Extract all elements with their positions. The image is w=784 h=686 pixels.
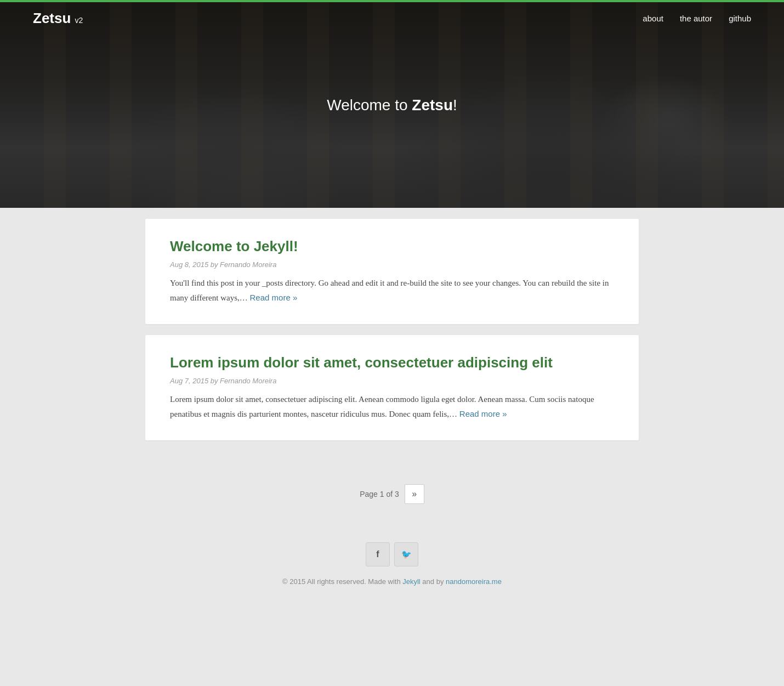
- site-logo: Zetsu v2: [33, 10, 83, 27]
- post-meta-2: Aug 7, 2015 by Fernando Moreira: [170, 377, 614, 385]
- hero-exclamation: !: [453, 97, 457, 114]
- pagination-label: Page 1 of 3: [360, 490, 399, 498]
- read-more-1[interactable]: Read more »: [250, 293, 298, 302]
- hero-content: Welcome to Zetsu!: [327, 97, 457, 114]
- post-title-2[interactable]: Lorem ipsum dolor sit amet, consectetuer…: [170, 354, 614, 371]
- post-card-2: Lorem ipsum dolor sit amet, consectetuer…: [145, 335, 639, 440]
- post-title-1[interactable]: Welcome to Jekyll!: [170, 238, 614, 255]
- site-title-text: Zetsu: [33, 10, 71, 26]
- post-excerpt-2: Lorem ipsum dolor sit amet, consectetuer…: [170, 393, 614, 421]
- read-more-2[interactable]: Read more »: [459, 409, 507, 418]
- nav-github[interactable]: github: [729, 14, 751, 23]
- twitter-button[interactable]: 🐦: [394, 542, 418, 566]
- post-card-1: Welcome to Jekyll! Aug 8, 2015 by Fernan…: [145, 219, 639, 324]
- nav-the-autor[interactable]: the autor: [680, 14, 712, 23]
- main-content: Welcome to Jekyll! Aug 8, 2015 by Fernan…: [145, 208, 639, 473]
- pagination-next-button[interactable]: »: [405, 484, 424, 504]
- nav-about[interactable]: about: [643, 14, 663, 23]
- twitter-icon: 🐦: [401, 549, 412, 559]
- site-header: Zetsu v2 about the autor github: [0, 0, 784, 37]
- post-meta-1: Aug 8, 2015 by Fernando Moreira: [170, 260, 614, 269]
- author-link[interactable]: nandomoreira.me: [446, 577, 502, 586]
- jekyll-link[interactable]: Jekyll: [402, 577, 421, 586]
- footer-copyright: © 2015 All rights reserved. Made with Je…: [0, 577, 784, 586]
- post-excerpt-1: You'll find this post in your _posts dir…: [170, 276, 614, 305]
- site-footer: f 🐦 © 2015 All rights reserved. Made wit…: [0, 526, 784, 602]
- and-text: and by: [421, 577, 446, 586]
- main-nav: about the autor github: [643, 14, 751, 23]
- facebook-icon: f: [376, 549, 379, 559]
- facebook-button[interactable]: f: [366, 542, 390, 566]
- hero-brand-name: Zetsu: [412, 97, 453, 114]
- copyright-text: © 2015 All rights reserved. Made with: [282, 577, 402, 586]
- hero-welcome-text: Welcome to: [327, 97, 412, 114]
- social-links: f 🐦: [0, 542, 784, 566]
- pagination: Page 1 of 3 »: [0, 473, 784, 526]
- site-version: v2: [75, 16, 83, 25]
